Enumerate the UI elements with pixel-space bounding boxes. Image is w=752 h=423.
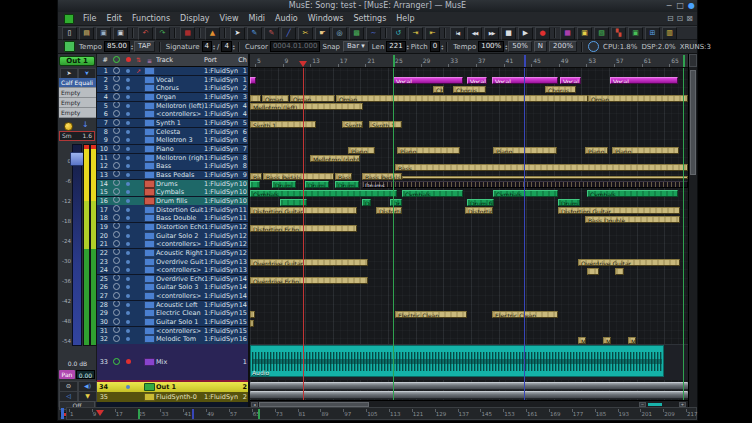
mute-button[interactable] xyxy=(122,188,134,196)
track-row-34[interactable]: 34Out 12 xyxy=(97,382,248,392)
track-channel[interactable]: 13 xyxy=(238,258,248,266)
track-row-30[interactable]: 30Guitar Solo 11:FluidSyn15 xyxy=(97,318,248,326)
mute-button[interactable] xyxy=(122,162,134,170)
mute-button[interactable] xyxy=(122,197,134,205)
track-channel[interactable]: 12 xyxy=(238,249,248,257)
len-spinbox[interactable]: 221 xyxy=(386,41,405,52)
part-bass[interactable]: Bass xyxy=(250,173,262,180)
redo-button[interactable]: ↷ xyxy=(155,27,170,40)
mute-button[interactable] xyxy=(122,327,134,335)
part-drum-fills[interactable]: Drum fills xyxy=(467,199,494,206)
overview-playhead-icon[interactable] xyxy=(96,410,104,416)
mute-button[interactable] xyxy=(122,102,134,110)
pan-value[interactable]: 0.00 xyxy=(76,370,95,379)
part-overdrive-echo[interactable]: Overdrive Echo xyxy=(250,277,368,284)
menu-audio[interactable]: Audio xyxy=(270,13,303,25)
goto-start-button[interactable]: I◀ xyxy=(450,27,465,40)
open-song-button[interactable]: ▤ xyxy=(79,27,94,40)
rack-slot-1[interactable]: Calf Equali xyxy=(59,78,96,88)
track-port[interactable]: 1:FluidSyn xyxy=(204,171,238,179)
part-vocal[interactable]: Vocal xyxy=(610,77,678,84)
track-port[interactable]: 1:FluidSyn xyxy=(204,102,238,110)
track-row-33[interactable]: 33Mix1 xyxy=(97,344,248,380)
track-channel[interactable]: 11 xyxy=(238,206,248,214)
mute-button[interactable] xyxy=(122,180,134,188)
aux-knob[interactable] xyxy=(64,122,73,131)
overview-marker-tick[interactable] xyxy=(138,409,140,419)
mute-button[interactable] xyxy=(122,240,134,248)
track-port[interactable]: 1:FluidSyn xyxy=(204,393,238,401)
tap-button[interactable]: TAP xyxy=(134,41,155,52)
track-port[interactable]: 1:FluidSyn xyxy=(204,110,238,118)
class-column-icon[interactable]: ≡ xyxy=(143,57,156,64)
vertical-scrollbar-thumb[interactable] xyxy=(690,70,696,175)
mute-button[interactable] xyxy=(122,136,134,144)
record-arm-button[interactable] xyxy=(110,223,122,231)
overview-marker-tick[interactable] xyxy=(192,409,194,419)
track-channel[interactable]: 7 xyxy=(238,145,248,153)
part-m[interactable]: M xyxy=(628,337,636,344)
track-port[interactable]: 1:FluidSyn xyxy=(204,93,238,101)
record-arm-button[interactable] xyxy=(110,154,122,162)
track-row-27[interactable]: 27<controllers>1:FluidSyn14 xyxy=(97,292,248,300)
track-port[interactable]: 1:FluidSyn xyxy=(204,283,238,291)
track-channel[interactable]: 8 xyxy=(238,162,248,170)
rack-slot-4[interactable]: Empty xyxy=(59,108,96,118)
track-channel[interactable]: 12 xyxy=(238,240,248,248)
part-bass[interactable]: Bass xyxy=(395,164,688,171)
track-row-13[interactable]: 13Bass Pedals1:FluidSyn9 xyxy=(97,171,248,179)
record-arm-button[interactable] xyxy=(110,171,122,179)
mute-button[interactable] xyxy=(122,258,134,266)
mute-button[interactable] xyxy=(122,301,134,309)
part-electric-clean[interactable]: Electric Clean xyxy=(395,311,467,318)
part-vocal[interactable]: Vocal xyxy=(492,77,558,84)
mute-button[interactable] xyxy=(122,110,134,118)
record-arm-button[interactable] xyxy=(110,214,122,222)
record-arm-button[interactable] xyxy=(110,231,122,239)
mixer1-window-button[interactable]: ▦ xyxy=(560,27,575,40)
track-port[interactable]: 1:FluidSyn xyxy=(204,162,238,170)
track-channel[interactable]: 16 xyxy=(238,335,248,343)
part-unnamed[interactable] xyxy=(615,268,624,275)
part-drum[interactable]: Drum xyxy=(305,181,329,188)
track-port[interactable]: 1:FluidSyn xyxy=(204,214,238,222)
record-arm-button[interactable] xyxy=(110,327,122,335)
track-channel[interactable]: 6 xyxy=(238,128,248,136)
line-tool-button[interactable]: ╱ xyxy=(281,27,296,40)
record-arm-button[interactable] xyxy=(110,110,122,118)
part-unnamed[interactable] xyxy=(402,176,688,179)
track-row-9[interactable]: 9Mellotron 31:FluidSyn6 xyxy=(97,136,248,144)
part-cymbals[interactable]: Cymbals xyxy=(587,190,678,197)
spinner-icon[interactable] xyxy=(441,44,443,50)
audio-wave-part[interactable] xyxy=(250,345,664,377)
song-overview-ruler[interactable]: 1917253341495765738189971051131211291371… xyxy=(66,407,697,420)
record-arm-button[interactable] xyxy=(110,318,122,326)
mute-button[interactable] xyxy=(122,383,134,391)
part-synth-1[interactable]: Synth 1 xyxy=(369,121,402,128)
part-distortion[interactable]: Distortion xyxy=(465,207,493,214)
track-port[interactable]: 1:FluidSyn xyxy=(204,145,238,153)
tempo-spinbox[interactable]: 85.00 xyxy=(104,41,130,52)
track-row-8[interactable]: 8Celesta1:FluidSyn6 xyxy=(97,128,248,136)
track-port[interactable]: 1:FluidSyn xyxy=(204,249,238,257)
part-vocal[interactable]: Vocal xyxy=(467,77,487,84)
mute-button[interactable] xyxy=(122,76,134,84)
part-organ[interactable]: Organ xyxy=(588,95,688,102)
part-cymbals[interactable]: Cymbals xyxy=(402,190,463,197)
record-arm-button[interactable] xyxy=(110,197,122,205)
mute-button[interactable] xyxy=(122,171,134,179)
synth-track-lane[interactable] xyxy=(250,391,688,399)
track-row-10[interactable]: 10Piano1:FluidSyn7 xyxy=(97,145,248,153)
track-channel[interactable]: 2 xyxy=(238,393,248,401)
mute-button[interactable] xyxy=(122,119,134,127)
track-port[interactable]: 1:FluidSyn xyxy=(204,327,238,335)
record-arm-button[interactable] xyxy=(110,266,122,274)
aux-send-display[interactable]: Sm 1.6 xyxy=(59,131,95,141)
track-port[interactable]: 1:FluidSyn xyxy=(204,309,238,317)
track-port[interactable]: 1:FluidSyn xyxy=(204,266,238,274)
part-dr[interactable]: Dr xyxy=(362,199,371,206)
rack-slot-2[interactable]: Empty xyxy=(59,88,96,98)
marker-tick[interactable] xyxy=(683,55,685,67)
part-organ[interactable]: Organ xyxy=(336,95,588,102)
track-row-22[interactable]: 22Acoustic Right1:FluidSyn12 xyxy=(97,249,248,257)
